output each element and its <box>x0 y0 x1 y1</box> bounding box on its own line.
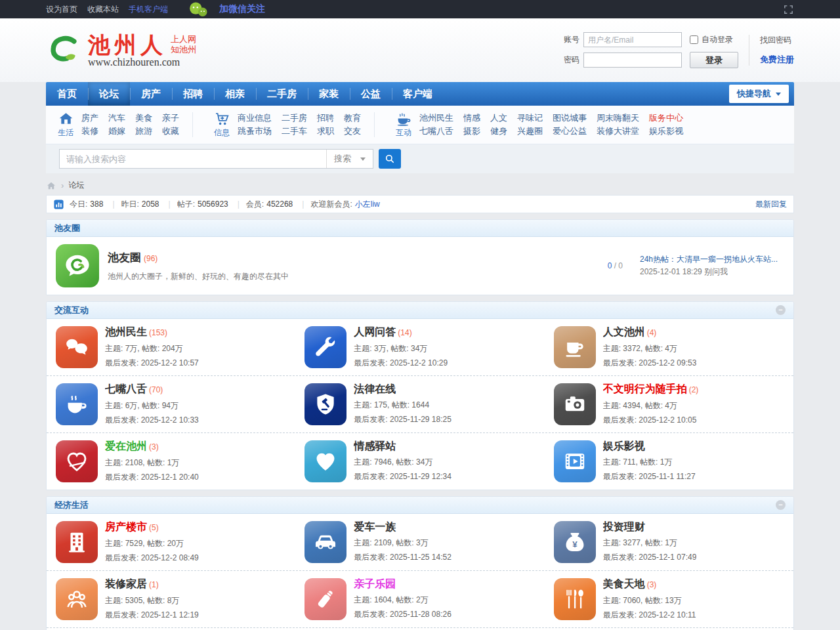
search-button[interactable] <box>379 149 401 169</box>
subnav-link[interactable]: 寻味记 <box>517 112 543 125</box>
account-input[interactable] <box>583 32 682 47</box>
subnav-link[interactable]: 图说城事 <box>553 112 587 125</box>
subnav-link[interactable]: 二手车 <box>282 125 307 138</box>
forum-title-link[interactable]: 爱车一族 <box>354 521 396 532</box>
hot-post-link[interactable]: 24h热帖：大清早一瘸一拐地从火车站... <box>640 253 784 266</box>
subnav-link[interactable]: 跳蚤市场 <box>238 125 272 138</box>
subnav-link[interactable]: 亲子 <box>162 112 179 125</box>
forum-cell: 池州民生(153)主题: 7万, 帖数: 204万最后发表: 2025-12-2… <box>47 319 295 375</box>
forum-title-link[interactable]: 爱在池州 <box>105 440 147 452</box>
forum-title-link[interactable]: 情感驿站 <box>354 440 396 452</box>
quick-nav-button[interactable]: 快捷导航 <box>729 85 789 103</box>
forum-title-link[interactable]: 法律在线 <box>354 383 396 394</box>
forum-title-link[interactable]: 七嘴八舌 <box>105 383 147 394</box>
forum-title-link[interactable]: 不文明行为随手拍 <box>603 383 687 394</box>
subnav-link[interactable]: 婚嫁 <box>108 125 125 138</box>
subnav-link[interactable]: 摄影 <box>463 125 480 138</box>
latest-reply-link[interactable]: 最新回复 <box>755 199 787 210</box>
subnav-link[interactable]: 房产 <box>81 112 98 125</box>
nav-item-3[interactable]: 招聘 <box>172 82 214 106</box>
forum-icon[interactable] <box>304 326 346 368</box>
nav-item-8[interactable]: 客户端 <box>392 82 444 106</box>
subnav-link[interactable]: 爱心公益 <box>553 125 587 138</box>
forum-title-link[interactable]: 房产楼市 <box>105 521 147 532</box>
forum-title-link[interactable]: 人文池州 <box>603 326 645 337</box>
forum-icon[interactable] <box>304 578 346 620</box>
password-input[interactable] <box>583 52 682 68</box>
forum-icon[interactable] <box>56 440 98 482</box>
subnav-link[interactable]: 版务中心 <box>649 112 683 125</box>
forum-icon[interactable] <box>304 521 346 563</box>
forum-count: (3) <box>647 580 657 589</box>
subnav-link[interactable]: 兴趣圈 <box>517 125 543 138</box>
forum-title-link[interactable]: 娱乐影视 <box>603 440 645 452</box>
new-member-link[interactable]: 小左liw <box>355 199 380 210</box>
nav-item-4[interactable]: 相亲 <box>214 82 256 106</box>
forum-icon[interactable] <box>554 326 596 368</box>
subnav-link[interactable]: 商业信息 <box>238 112 272 125</box>
nav-item-6[interactable]: 家装 <box>308 82 350 106</box>
nav-item-5[interactable]: 二手房 <box>256 82 308 106</box>
forum-icon[interactable] <box>56 383 98 425</box>
forum-icon[interactable] <box>554 578 596 620</box>
wechat-follow-link[interactable]: 加微信关注 <box>219 3 265 15</box>
forum-title-link[interactable]: 美食天地 <box>603 578 645 589</box>
forum-title-row: 爱在池州(3) <box>105 440 199 453</box>
forum-icon[interactable] <box>304 383 346 425</box>
subnav-link[interactable]: 池州民生 <box>419 112 453 125</box>
subnav-link[interactable]: 健身 <box>490 125 507 138</box>
subnav-link[interactable]: 人文 <box>490 112 507 125</box>
subnav-link[interactable]: 周末嗨翻天 <box>597 112 639 125</box>
subnav-link[interactable]: 情感 <box>463 112 480 125</box>
auto-login-checkbox[interactable] <box>690 35 698 44</box>
login-button[interactable]: 登录 <box>690 52 738 68</box>
set-home-link[interactable]: 设为首页 <box>46 4 77 15</box>
nav-item-0[interactable]: 首页 <box>46 82 88 106</box>
subnav-link[interactable]: 装修大讲堂 <box>597 125 639 138</box>
favorite-link[interactable]: 收藏本站 <box>87 4 119 15</box>
site-logo[interactable]: 池州人 上人网 知池州 www.chizhouren.com <box>46 33 196 68</box>
forum-title-link[interactable]: 亲子乐园 <box>354 578 396 589</box>
forum-icon[interactable] <box>56 578 98 620</box>
collapse-icon[interactable] <box>776 500 786 510</box>
forum-icon[interactable] <box>304 440 346 482</box>
expand-icon[interactable] <box>783 4 794 15</box>
find-password-link[interactable]: 找回密码 <box>760 35 794 46</box>
forum-title-link[interactable]: 池州民生 <box>105 326 147 337</box>
search-scope-select[interactable]: 搜索 <box>326 150 373 168</box>
forum-title-link[interactable]: 人网问答 <box>354 326 396 337</box>
nav-item-1[interactable]: 论坛 <box>88 82 130 106</box>
subnav-link[interactable]: 招聘 <box>317 112 334 125</box>
home-icon[interactable] <box>46 180 56 191</box>
subnav-link[interactable]: 装修 <box>81 125 98 138</box>
mobile-client-link[interactable]: 手机客户端 <box>129 4 168 15</box>
collapse-icon[interactable] <box>776 305 786 315</box>
subnav-link[interactable]: 美食 <box>135 112 152 125</box>
forum-title-link[interactable]: 装修家居 <box>105 578 147 589</box>
forum-icon[interactable] <box>56 326 98 368</box>
forum-icon[interactable] <box>56 521 98 563</box>
subnav-link[interactable]: 求职 <box>317 125 334 138</box>
subnav-link[interactable]: 二手房 <box>282 112 307 125</box>
forum-title-link[interactable]: 池友圈 <box>108 251 141 264</box>
search-input[interactable] <box>60 150 326 168</box>
forum-title-row: 装修家居(1) <box>105 578 199 591</box>
nav-item-7[interactable]: 公益 <box>350 82 392 106</box>
forum-icon[interactable] <box>56 244 99 287</box>
subnav-link[interactable]: 收藏 <box>162 125 179 138</box>
stat-label: 昨日: <box>121 199 139 210</box>
nav-item-2[interactable]: 房产 <box>130 82 172 106</box>
subnav-link[interactable]: 旅游 <box>135 125 152 138</box>
subnav-link[interactable]: 娱乐影视 <box>649 125 683 138</box>
register-link[interactable]: 免费注册 <box>760 54 794 66</box>
subnav-link[interactable]: 七嘴八舌 <box>419 125 453 138</box>
forum-icon[interactable] <box>554 440 596 482</box>
forum-icon[interactable] <box>554 383 596 425</box>
auto-login[interactable]: 自动登录 <box>690 34 733 45</box>
subnav-link[interactable]: 交友 <box>344 125 361 138</box>
forum-icon[interactable]: ¥ <box>554 521 596 563</box>
forum-title-link[interactable]: 投资理财 <box>603 521 645 532</box>
ratio-b: / 0 <box>612 261 623 270</box>
subnav-link[interactable]: 教育 <box>344 112 361 125</box>
subnav-link[interactable]: 汽车 <box>108 112 125 125</box>
